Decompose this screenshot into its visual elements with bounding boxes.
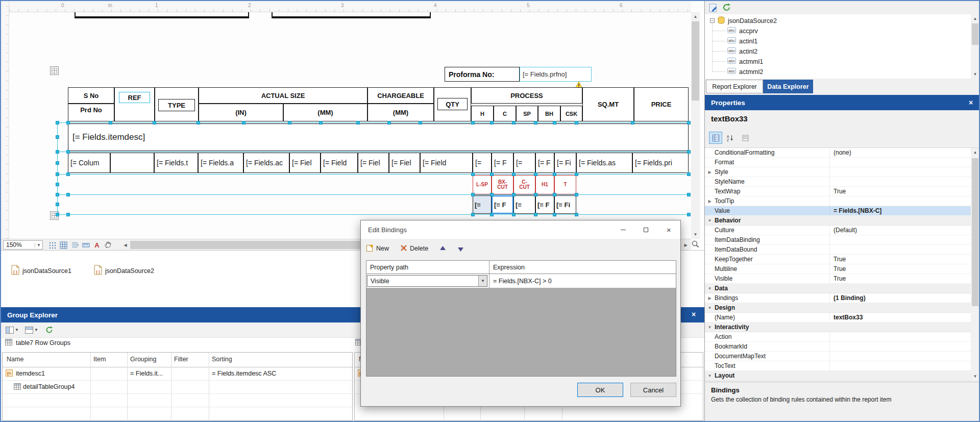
ruler-toggle-icon[interactable] — [81, 240, 91, 250]
column-divider[interactable] — [171, 353, 172, 421]
property-row-toctext[interactable]: TocText — [705, 361, 971, 371]
process-detail-cell[interactable]: [= — [473, 195, 492, 214]
property-row-format[interactable]: Format — [705, 158, 971, 167]
minimize-icon[interactable] — [611, 220, 634, 239]
selection-handle[interactable] — [56, 203, 59, 206]
selection-handle[interactable] — [687, 121, 691, 125]
scroll-up-button[interactable]: ▲ — [971, 14, 979, 23]
selection-handle[interactable] — [490, 121, 494, 125]
zoom-select[interactable]: 150% ▼ — [3, 240, 43, 250]
process-subheader-cell[interactable]: L-SP — [473, 175, 492, 194]
group-row-name[interactable]: detailTableGroup4 — [23, 383, 75, 390]
selection-handle[interactable] — [66, 193, 70, 196]
alphabetical-view-icon[interactable]: AZ — [723, 132, 737, 144]
selection-handle[interactable] — [419, 121, 422, 125]
selection-handle[interactable] — [56, 193, 59, 196]
header-cell-bh[interactable]: BH — [538, 106, 560, 121]
grid-lines-toggle-icon[interactable] — [58, 240, 68, 250]
property-row-stylename[interactable]: StyleName — [705, 177, 971, 187]
selection-handle[interactable] — [197, 121, 200, 125]
detail-cell[interactable]: [= F — [492, 153, 513, 173]
qty-textbox[interactable]: QTY — [437, 98, 468, 110]
detail-cell[interactable]: [= Fiel — [289, 153, 321, 173]
collapse-icon[interactable]: ▼ — [705, 325, 715, 330]
selection-handle[interactable] — [512, 121, 516, 125]
detail-cell[interactable]: [= Fields.a — [198, 153, 243, 173]
group-layout-button[interactable]: ▼ — [23, 324, 40, 336]
design-vertical-scrollbar[interactable]: ▲ ▼ — [691, 12, 700, 239]
tree-scrollbar[interactable]: ▲ ▼ — [971, 14, 979, 79]
close-icon[interactable]: × — [966, 98, 975, 107]
binding-row[interactable]: Visible ▼ = Fields.[NBX-C] > 0 — [366, 274, 676, 288]
selection-handle[interactable] — [490, 172, 494, 176]
move-down-button[interactable] — [457, 245, 464, 252]
selection-handle[interactable] — [66, 213, 70, 216]
property-category-design[interactable]: ▼Design — [705, 303, 971, 313]
property-row-bindings[interactable]: ▶Bindings(1 Binding) — [705, 293, 971, 303]
dialog-titlebar[interactable]: Edit Bindings × — [361, 220, 680, 239]
header-cell-sno[interactable]: S No — [68, 87, 114, 104]
column-header[interactable]: Filter — [174, 356, 188, 363]
header-cell-in[interactable]: (IN) — [199, 104, 283, 121]
property-row-culture[interactable]: Culture(Default) — [705, 226, 971, 235]
selection-handle[interactable] — [387, 121, 391, 125]
detail-cell[interactable]: [= — [473, 153, 492, 173]
chevron-down-icon[interactable]: ▼ — [478, 276, 487, 286]
detail-row[interactable]: [= Colum [= Fields.t [= Fields.a [= Fiel… — [68, 153, 689, 173]
property-row-documentmaptext[interactable]: DocumentMapText — [705, 352, 971, 361]
collapse-icon[interactable]: ▼ — [705, 218, 715, 223]
process-detail-cell[interactable]: [= — [513, 195, 535, 214]
selection-handle[interactable] — [534, 172, 537, 176]
selection-handle[interactable] — [471, 213, 475, 216]
group-view-button[interactable]: ▼ — [4, 324, 20, 336]
property-path-combobox[interactable]: Visible ▼ — [367, 275, 487, 287]
scroll-up-button[interactable]: ▲ — [691, 12, 700, 21]
selection-handle[interactable] — [56, 213, 59, 216]
detail-cell[interactable]: [= Colum — [68, 153, 110, 173]
header-cell-csk[interactable]: CSK — [560, 106, 582, 121]
tab-report-explorer[interactable]: Report Explorer — [706, 80, 763, 93]
property-row-itemdatabinding[interactable]: ItemDataBinding — [705, 235, 971, 245]
ok-button[interactable]: OK — [577, 383, 623, 397]
selection-handle[interactable] — [356, 121, 360, 125]
selection-handle[interactable] — [575, 193, 578, 196]
tree-node-field[interactable]: abc actmml2 — [727, 67, 763, 77]
selection-handle[interactable] — [553, 193, 556, 196]
selection-handle[interactable] — [631, 121, 634, 125]
collapse-icon[interactable]: ▼ — [705, 306, 715, 310]
detail-cell[interactable]: [= — [513, 153, 535, 173]
detail-cell[interactable]: [= Fields.pri — [632, 153, 689, 173]
selection-handle[interactable] — [490, 213, 494, 216]
column-divider[interactable] — [90, 353, 91, 421]
property-row-keeptogether[interactable]: KeepTogetherTrue — [705, 255, 971, 264]
categorized-view-icon[interactable] — [709, 132, 722, 144]
property-row-style[interactable]: ▶Style — [705, 167, 971, 177]
selection-handle[interactable] — [553, 213, 556, 216]
expression-value[interactable]: = Fields.[NBX-C] > 0 — [489, 274, 676, 288]
header-cell-process[interactable]: PROCESS — [471, 87, 582, 104]
selection-handle[interactable] — [56, 172, 59, 176]
detail-cell[interactable]: [= Fiel — [389, 153, 420, 173]
table-select-handle[interactable] — [50, 66, 59, 75]
detail-cell[interactable]: [= Fi — [554, 153, 576, 173]
property-category-layout[interactable]: ▼Layout — [705, 371, 971, 381]
header-cell-prdno[interactable]: Prd No — [68, 104, 114, 121]
cancel-button[interactable]: Cancel — [630, 383, 676, 397]
refresh-button[interactable] — [44, 324, 55, 336]
selection-handle[interactable] — [534, 121, 537, 125]
group-row-grouping[interactable]: = Fields.it... — [130, 370, 170, 377]
header-cell-type[interactable]: TYPE — [155, 87, 199, 121]
close-icon[interactable]: × — [689, 310, 698, 319]
edit-datasource-icon[interactable] — [709, 3, 719, 15]
tree-node-datasource[interactable]: − jsonDataSource2 — [710, 16, 777, 26]
header-cell-mm[interactable]: (MM) — [283, 104, 368, 121]
header-cell-chargeable-mm[interactable]: (MM) — [368, 104, 434, 121]
process-subheader-cell[interactable]: T — [554, 175, 576, 194]
selection-handle[interactable] — [575, 121, 578, 125]
group-row-name[interactable]: itemdesc1 — [16, 370, 45, 377]
column-divider[interactable] — [209, 353, 209, 421]
selection-handle[interactable] — [687, 213, 691, 216]
property-row-bookmarkid[interactable]: BookmarkId — [705, 342, 971, 352]
tree-node-field[interactable]: abc actmml1 — [727, 57, 763, 66]
process-subheader-cell[interactable]: C-CUT — [513, 175, 535, 194]
